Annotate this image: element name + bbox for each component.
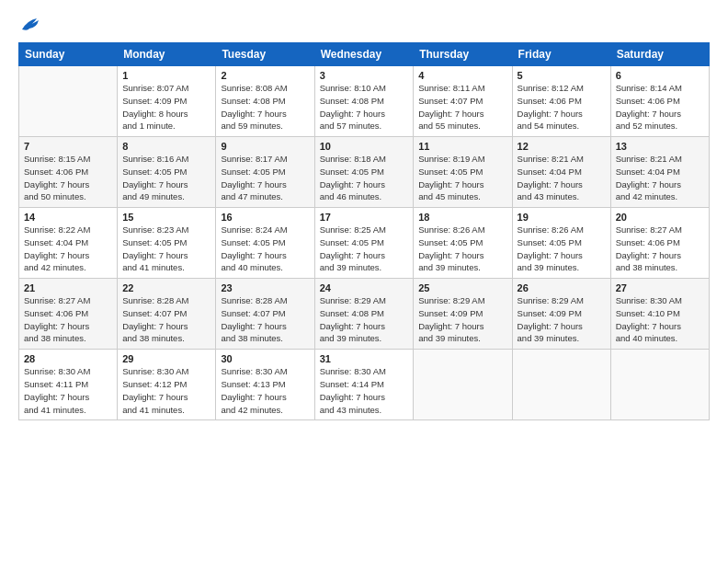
logo	[18, 17, 40, 33]
calendar-cell: 24Sunrise: 8:29 AM Sunset: 4:08 PM Dayli…	[314, 279, 414, 350]
calendar-cell: 6Sunrise: 8:14 AM Sunset: 4:06 PM Daylig…	[610, 66, 709, 137]
day-number: 9	[221, 141, 309, 152]
weekday-header-row: SundayMondayTuesdayWednesdayThursdayFrid…	[19, 43, 710, 66]
calendar-cell: 1Sunrise: 8:07 AM Sunset: 4:09 PM Daylig…	[118, 66, 216, 137]
day-info: Sunrise: 8:15 AM Sunset: 4:06 PM Dayligh…	[24, 153, 112, 203]
day-number: 31	[320, 353, 409, 364]
calendar-cell: 15Sunrise: 8:23 AM Sunset: 4:05 PM Dayli…	[118, 208, 216, 279]
day-number: 22	[122, 282, 210, 293]
day-number: 5	[518, 70, 606, 81]
weekday-header-wednesday: Wednesday	[314, 43, 414, 66]
day-number: 13	[616, 141, 704, 152]
day-number: 4	[418, 70, 506, 81]
weekday-header-sunday: Sunday	[19, 43, 118, 66]
day-number: 8	[122, 141, 210, 152]
calendar-cell: 12Sunrise: 8:21 AM Sunset: 4:04 PM Dayli…	[512, 137, 610, 208]
day-info: Sunrise: 8:17 AM Sunset: 4:05 PM Dayligh…	[221, 153, 309, 203]
day-info: Sunrise: 8:14 AM Sunset: 4:06 PM Dayligh…	[616, 82, 704, 132]
day-number: 15	[122, 212, 210, 223]
calendar-week-4: 21Sunrise: 8:27 AM Sunset: 4:06 PM Dayli…	[19, 279, 710, 350]
day-number: 24	[320, 282, 409, 293]
day-number: 1	[122, 70, 210, 81]
calendar-cell: 9Sunrise: 8:17 AM Sunset: 4:05 PM Daylig…	[216, 137, 314, 208]
day-info: Sunrise: 8:30 AM Sunset: 4:13 PM Dayligh…	[221, 365, 309, 416]
calendar-cell: 8Sunrise: 8:16 AM Sunset: 4:05 PM Daylig…	[118, 137, 216, 208]
day-number: 21	[24, 282, 112, 293]
day-info: Sunrise: 8:30 AM Sunset: 4:10 PM Dayligh…	[616, 294, 704, 345]
calendar-cell: 3Sunrise: 8:10 AM Sunset: 4:08 PM Daylig…	[314, 66, 414, 137]
calendar-cell: 23Sunrise: 8:28 AM Sunset: 4:07 PM Dayli…	[216, 279, 314, 350]
calendar-cell: 28Sunrise: 8:30 AM Sunset: 4:11 PM Dayli…	[19, 350, 118, 420]
calendar-cell: 21Sunrise: 8:27 AM Sunset: 4:06 PM Dayli…	[19, 279, 118, 350]
day-info: Sunrise: 8:30 AM Sunset: 4:12 PM Dayligh…	[122, 365, 210, 416]
day-info: Sunrise: 8:26 AM Sunset: 4:05 PM Dayligh…	[418, 224, 506, 274]
day-number: 28	[24, 353, 112, 364]
calendar-cell: 2Sunrise: 8:08 AM Sunset: 4:08 PM Daylig…	[216, 66, 314, 137]
day-number: 29	[122, 353, 210, 364]
weekday-header-monday: Monday	[118, 43, 216, 66]
day-number: 14	[24, 212, 112, 223]
day-number: 26	[518, 282, 606, 293]
day-number: 6	[616, 70, 704, 81]
weekday-header-thursday: Thursday	[414, 43, 512, 66]
day-info: Sunrise: 8:21 AM Sunset: 4:04 PM Dayligh…	[518, 153, 606, 203]
day-number: 2	[221, 70, 309, 81]
day-number: 23	[221, 282, 309, 293]
calendar-cell: 19Sunrise: 8:26 AM Sunset: 4:05 PM Dayli…	[512, 208, 610, 279]
calendar-week-3: 14Sunrise: 8:22 AM Sunset: 4:04 PM Dayli…	[19, 208, 710, 279]
day-info: Sunrise: 8:11 AM Sunset: 4:07 PM Dayligh…	[418, 82, 506, 132]
calendar-cell: 14Sunrise: 8:22 AM Sunset: 4:04 PM Dayli…	[19, 208, 118, 279]
day-info: Sunrise: 8:16 AM Sunset: 4:05 PM Dayligh…	[122, 153, 210, 203]
day-info: Sunrise: 8:27 AM Sunset: 4:06 PM Dayligh…	[24, 294, 112, 345]
day-info: Sunrise: 8:23 AM Sunset: 4:05 PM Dayligh…	[122, 224, 210, 274]
day-info: Sunrise: 8:10 AM Sunset: 4:08 PM Dayligh…	[320, 82, 409, 132]
weekday-header-tuesday: Tuesday	[216, 43, 314, 66]
calendar-cell	[610, 350, 709, 420]
logo-bird-icon	[20, 17, 40, 33]
day-number: 3	[320, 70, 409, 81]
calendar-cell: 26Sunrise: 8:29 AM Sunset: 4:09 PM Dayli…	[512, 279, 610, 350]
day-info: Sunrise: 8:25 AM Sunset: 4:05 PM Dayligh…	[320, 224, 409, 274]
day-number: 16	[221, 212, 309, 223]
calendar-cell: 17Sunrise: 8:25 AM Sunset: 4:05 PM Dayli…	[314, 208, 414, 279]
day-number: 10	[320, 141, 409, 152]
calendar-cell: 22Sunrise: 8:28 AM Sunset: 4:07 PM Dayli…	[118, 279, 216, 350]
day-number: 18	[418, 212, 506, 223]
calendar-week-1: 1Sunrise: 8:07 AM Sunset: 4:09 PM Daylig…	[19, 66, 710, 137]
weekday-header-friday: Friday	[512, 43, 610, 66]
day-info: Sunrise: 8:24 AM Sunset: 4:05 PM Dayligh…	[221, 224, 309, 274]
calendar-cell: 31Sunrise: 8:30 AM Sunset: 4:14 PM Dayli…	[314, 350, 414, 420]
calendar-cell: 7Sunrise: 8:15 AM Sunset: 4:06 PM Daylig…	[19, 137, 118, 208]
day-number: 11	[418, 141, 506, 152]
calendar-cell: 30Sunrise: 8:30 AM Sunset: 4:13 PM Dayli…	[216, 350, 314, 420]
day-info: Sunrise: 8:30 AM Sunset: 4:11 PM Dayligh…	[24, 365, 112, 416]
day-info: Sunrise: 8:22 AM Sunset: 4:04 PM Dayligh…	[24, 224, 112, 274]
day-info: Sunrise: 8:29 AM Sunset: 4:08 PM Dayligh…	[320, 294, 409, 345]
calendar-cell: 27Sunrise: 8:30 AM Sunset: 4:10 PM Dayli…	[610, 279, 709, 350]
calendar-cell	[512, 350, 610, 420]
page: SundayMondayTuesdayWednesdayThursdayFrid…	[0, 0, 728, 563]
weekday-header-saturday: Saturday	[610, 43, 709, 66]
calendar-week-2: 7Sunrise: 8:15 AM Sunset: 4:06 PM Daylig…	[19, 137, 710, 208]
day-number: 27	[616, 282, 704, 293]
calendar-table: SundayMondayTuesdayWednesdayThursdayFrid…	[18, 42, 710, 420]
day-info: Sunrise: 8:18 AM Sunset: 4:05 PM Dayligh…	[320, 153, 409, 203]
day-number: 12	[518, 141, 606, 152]
day-info: Sunrise: 8:27 AM Sunset: 4:06 PM Dayligh…	[616, 224, 704, 274]
day-info: Sunrise: 8:08 AM Sunset: 4:08 PM Dayligh…	[221, 82, 309, 132]
day-number: 25	[418, 282, 506, 293]
day-number: 17	[320, 212, 409, 223]
day-info: Sunrise: 8:30 AM Sunset: 4:14 PM Dayligh…	[320, 365, 409, 416]
calendar-cell: 18Sunrise: 8:26 AM Sunset: 4:05 PM Dayli…	[414, 208, 512, 279]
calendar-cell: 13Sunrise: 8:21 AM Sunset: 4:04 PM Dayli…	[610, 137, 709, 208]
day-info: Sunrise: 8:19 AM Sunset: 4:05 PM Dayligh…	[418, 153, 506, 203]
calendar-cell: 25Sunrise: 8:29 AM Sunset: 4:09 PM Dayli…	[414, 279, 512, 350]
calendar-cell	[414, 350, 512, 420]
calendar-cell	[19, 66, 118, 137]
day-number: 20	[616, 212, 704, 223]
calendar-cell: 11Sunrise: 8:19 AM Sunset: 4:05 PM Dayli…	[414, 137, 512, 208]
calendar-cell: 5Sunrise: 8:12 AM Sunset: 4:06 PM Daylig…	[512, 66, 610, 137]
day-number: 30	[221, 353, 309, 364]
day-info: Sunrise: 8:29 AM Sunset: 4:09 PM Dayligh…	[518, 294, 606, 345]
day-info: Sunrise: 8:12 AM Sunset: 4:06 PM Dayligh…	[518, 82, 606, 132]
